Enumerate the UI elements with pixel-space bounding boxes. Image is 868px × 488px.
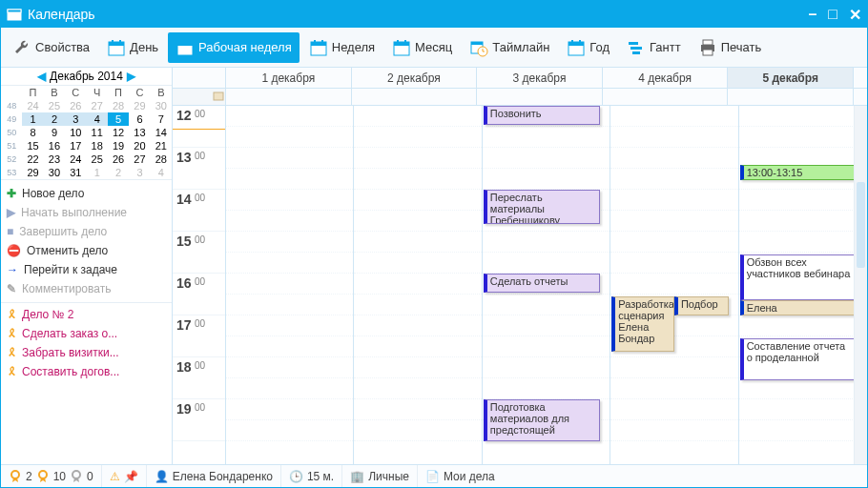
action-comment: ✎Комментировать bbox=[1, 279, 172, 298]
minimize-button[interactable]: – bbox=[808, 6, 816, 24]
minical-day[interactable]: 26 bbox=[108, 152, 129, 166]
minical-day[interactable]: 15 bbox=[22, 139, 43, 152]
minical-day[interactable]: 11 bbox=[87, 126, 108, 139]
minical-day[interactable]: 13 bbox=[129, 126, 150, 139]
minical-day[interactable]: 21 bbox=[151, 139, 172, 152]
allday-cell[interactable] bbox=[352, 89, 478, 105]
status-user[interactable]: 👤 Елена Бондаренко bbox=[147, 465, 281, 487]
minical-prev[interactable]: ◀ bbox=[37, 70, 46, 83]
minical-day[interactable]: 12 bbox=[108, 126, 129, 139]
calendar-event[interactable]: Елена bbox=[740, 300, 857, 315]
vertical-scrollbar[interactable] bbox=[854, 106, 867, 464]
minical-day[interactable]: 14 bbox=[151, 126, 172, 139]
minical-day[interactable]: 30 bbox=[151, 99, 172, 112]
status-alerts[interactable]: ⚠ 📌 bbox=[102, 465, 147, 487]
minical-day[interactable]: 5 bbox=[108, 112, 129, 126]
toolbar-label: Печать bbox=[721, 40, 762, 54]
toolbar-print-button[interactable]: Печать bbox=[691, 32, 770, 63]
minical-day[interactable]: 1 bbox=[87, 166, 108, 179]
minical-day[interactable]: 30 bbox=[44, 166, 65, 179]
minical-day[interactable]: 28 bbox=[151, 152, 172, 166]
minical-day[interactable]: 3 bbox=[129, 166, 150, 179]
minical-day[interactable]: 29 bbox=[22, 166, 43, 179]
minical-day[interactable]: 10 bbox=[65, 126, 86, 139]
calendar-event[interactable]: Сделать отчеты bbox=[484, 274, 600, 293]
toolbar-year-button[interactable]: Год bbox=[559, 32, 617, 63]
toolbar-day-button[interactable]: День bbox=[99, 32, 166, 63]
minical-day[interactable]: 16 bbox=[44, 139, 65, 152]
day-column-header[interactable]: 5 декабря bbox=[728, 68, 854, 88]
minical-day[interactable]: 7 bbox=[151, 112, 172, 126]
action-cancel[interactable]: ⛔Отменить дело bbox=[1, 241, 172, 260]
minical-day[interactable]: 23 bbox=[44, 152, 65, 166]
action-goto[interactable]: →Перейти к задаче bbox=[1, 260, 172, 279]
minical-next[interactable]: ▶ bbox=[127, 70, 135, 83]
allday-cell[interactable] bbox=[603, 89, 729, 105]
svg-rect-11 bbox=[311, 42, 326, 46]
day-column-header[interactable]: 3 декабря bbox=[477, 68, 603, 88]
minical-day[interactable]: 25 bbox=[87, 152, 108, 166]
allday-cell[interactable] bbox=[226, 89, 352, 105]
close-button[interactable]: ✕ bbox=[849, 6, 861, 24]
minical-day[interactable]: 19 bbox=[108, 139, 129, 152]
day-column[interactable]: ПозвонитьПереслать материалы Гребенщиков… bbox=[483, 106, 610, 464]
minical-day[interactable]: 25 bbox=[44, 99, 65, 112]
minical-day[interactable]: 31 bbox=[65, 166, 86, 179]
calendar-event[interactable]: Подбор bbox=[674, 296, 729, 315]
day-column[interactable]: Разработка сценария Елена БондарПодбор bbox=[610, 106, 738, 464]
toolbar-month-button[interactable]: Месяц bbox=[384, 32, 460, 63]
toolbar-timeline-button[interactable]: Таймлайн bbox=[462, 32, 557, 63]
day-column-header[interactable]: 4 декабря bbox=[603, 68, 729, 88]
day-column[interactable] bbox=[354, 106, 482, 464]
day-column-header[interactable]: 1 декабря bbox=[226, 68, 352, 88]
minical-day[interactable]: 4 bbox=[151, 166, 172, 179]
todo-item[interactable]: 🎗Составить догов... bbox=[1, 362, 172, 381]
calendar-event[interactable]: Подготовка материалов для предстоящей bbox=[484, 399, 600, 441]
calendar-event[interactable]: Позвонить bbox=[484, 106, 600, 125]
minical-day[interactable]: 9 bbox=[44, 126, 65, 139]
minical-day[interactable]: 22 bbox=[22, 152, 43, 166]
calendar-icon bbox=[7, 7, 22, 22]
action-new[interactable]: ✚Новое дело bbox=[1, 184, 172, 203]
toolbar-props-button[interactable]: Свойства bbox=[5, 32, 97, 63]
allday-cell[interactable] bbox=[728, 89, 854, 105]
minical-day[interactable]: 2 bbox=[44, 112, 65, 126]
minical-day[interactable]: 24 bbox=[22, 99, 43, 112]
minical-day[interactable]: 29 bbox=[129, 99, 150, 112]
minical-day[interactable]: 18 bbox=[87, 139, 108, 152]
minical-day[interactable]: 27 bbox=[87, 99, 108, 112]
minical-day[interactable]: 6 bbox=[129, 112, 150, 126]
todo-item[interactable]: 🎗Забрать визитки... bbox=[1, 343, 172, 362]
minical-day[interactable]: 4 bbox=[87, 112, 108, 126]
minical-day[interactable]: 3 bbox=[65, 112, 86, 126]
wrench-icon bbox=[12, 38, 31, 57]
minical-day[interactable]: 1 bbox=[22, 112, 43, 126]
status-tasks[interactable]: 📄 Мои дела bbox=[418, 465, 503, 487]
calendar-event[interactable]: Обзвон всех участников вебинара bbox=[740, 254, 857, 300]
toolbar-week-button[interactable]: Неделя bbox=[301, 32, 382, 63]
calendar-event[interactable]: Переслать материалы Гребенщикову bbox=[484, 190, 600, 224]
minical-day[interactable]: 24 bbox=[65, 152, 86, 166]
calendar-event[interactable]: Разработка сценария Елена Бондар bbox=[611, 296, 674, 352]
status-category[interactable]: 🏢 Личные bbox=[342, 465, 418, 487]
minical-day[interactable]: 17 bbox=[65, 139, 86, 152]
day-column[interactable]: 13:00-13:15Обзвон всех участников вебина… bbox=[739, 106, 867, 464]
allday-cell[interactable] bbox=[477, 89, 603, 105]
day-column-header[interactable]: 2 декабря bbox=[352, 68, 478, 88]
minical-day[interactable]: 26 bbox=[65, 99, 86, 112]
mini-calendar[interactable]: ПВСЧПСВ 48242526272829304912345675089101… bbox=[1, 86, 172, 179]
todo-item[interactable]: 🎗Сделать заказ о... bbox=[1, 324, 172, 343]
status-duration[interactable]: 🕒 15 м. bbox=[281, 465, 342, 487]
toolbar-workweek-button[interactable]: Рабочая неделя bbox=[168, 32, 300, 63]
toolbar-gantt-button[interactable]: Гантт bbox=[619, 32, 689, 63]
minical-day[interactable]: 28 bbox=[108, 99, 129, 112]
day-column[interactable] bbox=[226, 106, 354, 464]
calendar-event[interactable]: 13:00-13:15 bbox=[740, 165, 857, 180]
minical-day[interactable]: 20 bbox=[129, 139, 150, 152]
todo-item[interactable]: 🎗Дело № 2 bbox=[1, 305, 172, 324]
maximize-button[interactable]: □ bbox=[828, 6, 837, 24]
minical-day[interactable]: 8 bbox=[22, 126, 43, 139]
minical-day[interactable]: 2 bbox=[108, 166, 129, 179]
minical-day[interactable]: 27 bbox=[129, 152, 150, 166]
calendar-event[interactable]: Составление отчета о проделанной bbox=[740, 338, 857, 380]
